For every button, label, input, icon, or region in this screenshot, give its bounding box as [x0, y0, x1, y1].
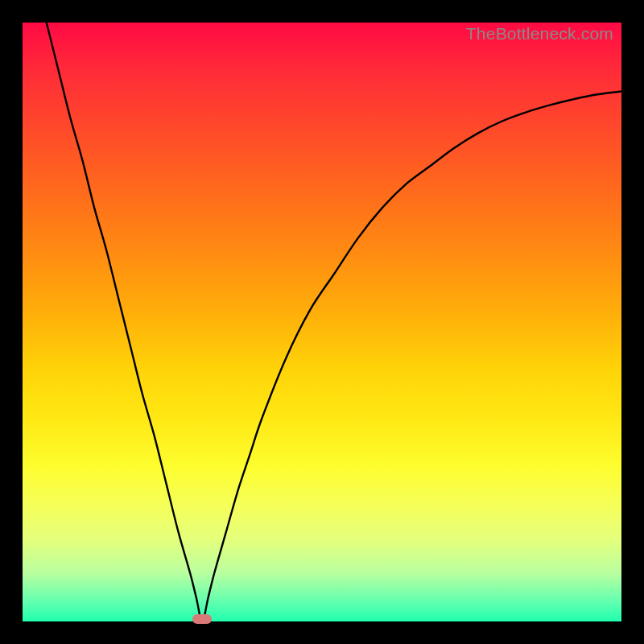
- min-marker: [192, 614, 212, 624]
- plot-area: TheBottleneck.com: [23, 23, 621, 621]
- curve-path: [47, 23, 621, 621]
- curve-svg: [23, 23, 621, 621]
- chart-frame: TheBottleneck.com: [0, 0, 644, 644]
